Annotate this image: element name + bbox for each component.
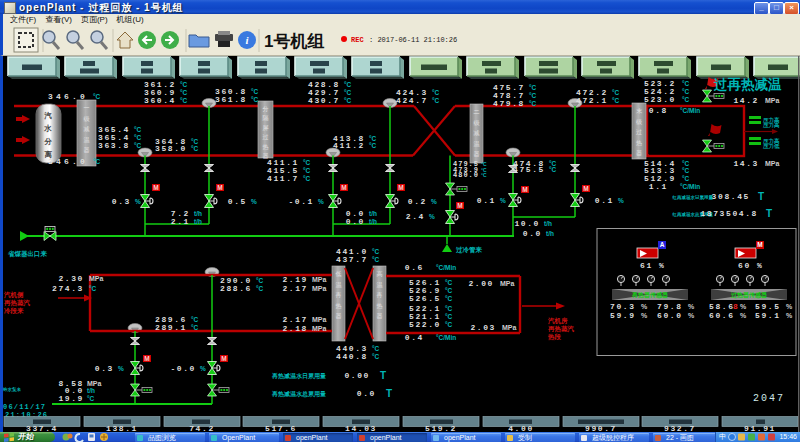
svg-text:t/h: t/h [546, 230, 554, 237]
svg-text:361.8: 361.8 [215, 95, 247, 104]
svg-text:58.6: 58.6 [709, 302, 735, 311]
svg-text:06/11/17: 06/11/17 [3, 403, 46, 411]
svg-text:热: 热 [377, 303, 383, 310]
svg-text:°C: °C [191, 324, 199, 331]
svg-text:分: 分 [43, 137, 52, 146]
svg-text:2.30: 2.30 [58, 274, 84, 283]
svg-text:1号机组: 1号机组 [264, 32, 324, 51]
svg-text:汽机房: 汽机房 [547, 317, 568, 325]
svg-text:%: % [135, 198, 141, 205]
svg-text:0.00: 0.00 [344, 371, 370, 380]
svg-text:19.9: 19.9 [58, 394, 84, 403]
svg-text:517.6: 517.6 [265, 424, 297, 432]
svg-text:1.1: 1.1 [649, 182, 668, 191]
svg-text:519.2: 519.2 [425, 424, 457, 432]
svg-text:59.5: 59.5 [755, 302, 781, 311]
svg-text:末: 末 [636, 108, 642, 114]
svg-text:°C: °C [256, 277, 264, 284]
svg-text:472.1: 472.1 [576, 96, 608, 105]
svg-text:2.03: 2.03 [470, 323, 496, 332]
svg-text:°C: °C [303, 167, 311, 174]
svg-text:%: % [688, 303, 695, 310]
svg-text:°C: °C [93, 93, 101, 100]
svg-text:0.1: 0.1 [477, 196, 496, 205]
svg-text:°C: °C [372, 345, 380, 352]
svg-text:过冷管来: 过冷管来 [455, 246, 483, 254]
svg-text:%: % [688, 312, 695, 319]
svg-text:%: % [118, 365, 124, 372]
svg-text:隔: 隔 [263, 114, 269, 122]
svg-text:91.91: 91.91 [744, 424, 776, 432]
svg-text:%: % [318, 198, 324, 205]
svg-text:再: 再 [336, 291, 342, 298]
svg-text:°C: °C [682, 88, 690, 95]
svg-text:%: % [641, 303, 648, 310]
svg-text:温: 温 [336, 281, 342, 288]
svg-text:79.8: 79.8 [657, 302, 683, 311]
svg-text:363.8: 363.8 [98, 141, 130, 150]
svg-text:°C: °C [344, 89, 352, 96]
svg-text:过再热减温: 过再热减温 [713, 77, 782, 92]
svg-text:0.6: 0.6 [405, 263, 424, 272]
svg-text:MPa: MPa [312, 285, 327, 292]
svg-text:°C: °C [180, 89, 188, 96]
svg-text:60.6: 60.6 [709, 311, 735, 320]
svg-text:430.7: 430.7 [308, 96, 340, 105]
svg-text:: 2017-06-11 21:10:26: : 2017-06-11 21:10:26 [369, 36, 457, 44]
svg-text:°C: °C [372, 248, 380, 255]
svg-text:2.19: 2.19 [282, 275, 308, 284]
svg-text:308.45: 308.45 [712, 192, 750, 201]
svg-text:4.00: 4.00 [508, 424, 534, 432]
svg-text:T: T [386, 388, 392, 399]
svg-text:MPa: MPa [765, 97, 780, 104]
svg-text:437.7: 437.7 [336, 255, 368, 264]
svg-text:2.17: 2.17 [282, 315, 308, 324]
svg-text:t/h: t/h [369, 210, 377, 217]
svg-text:t/h: t/h [369, 218, 377, 225]
svg-text:8: 8 [733, 302, 738, 311]
svg-text:0.4: 0.4 [405, 333, 424, 342]
svg-text:t/h: t/h [194, 210, 202, 217]
svg-text:0.8: 0.8 [649, 106, 668, 115]
svg-text:器: 器 [336, 313, 342, 320]
svg-text:°C: °C [369, 135, 377, 142]
svg-text:%: % [618, 197, 624, 204]
svg-text:440.8: 440.8 [336, 352, 368, 361]
svg-text:MPa: MPa [500, 280, 515, 287]
svg-text:°C: °C [251, 96, 259, 103]
svg-text:°C/Min: °C/Min [680, 107, 700, 114]
svg-text:0.2: 0.2 [408, 197, 427, 206]
svg-text:%: % [786, 312, 793, 319]
svg-text:523.0: 523.0 [644, 95, 676, 104]
svg-text:%: % [740, 312, 747, 319]
svg-text:0.5: 0.5 [228, 197, 247, 206]
svg-text:°C: °C [87, 395, 95, 402]
svg-text:T: T [766, 208, 772, 219]
svg-text:-0.0: -0.0 [170, 364, 196, 373]
svg-text:-0.1: -0.1 [288, 197, 314, 206]
svg-text:温: 温 [377, 281, 383, 288]
svg-text:14.2: 14.2 [733, 96, 759, 105]
svg-text:屏: 屏 [263, 125, 269, 131]
svg-text:°C: °C [372, 256, 380, 263]
svg-text:411.7: 411.7 [267, 174, 299, 183]
svg-text:再: 再 [377, 291, 383, 298]
svg-text:一: 一 [84, 105, 90, 111]
svg-text:411.2: 411.2 [333, 141, 365, 150]
svg-text:高: 高 [377, 270, 383, 277]
svg-text:°C: °C [256, 285, 264, 292]
svg-text:A: A [660, 241, 665, 248]
svg-text:%: % [500, 197, 506, 204]
svg-text:346.0: 346.0 [48, 157, 88, 166]
svg-text:59.1: 59.1 [755, 311, 781, 320]
svg-text:冷段来: 冷段来 [4, 307, 24, 315]
svg-text:°C: °C [134, 142, 142, 149]
svg-text:°C: °C [191, 138, 199, 145]
svg-text:器: 器 [636, 150, 642, 157]
svg-text:°C: °C [529, 100, 537, 107]
svg-text:526.5: 526.5 [409, 294, 441, 303]
svg-text:°C: °C [445, 279, 453, 286]
svg-text:t/h: t/h [194, 218, 202, 225]
svg-text:°C: °C [180, 81, 188, 88]
svg-text:2.1: 2.1 [171, 217, 190, 226]
